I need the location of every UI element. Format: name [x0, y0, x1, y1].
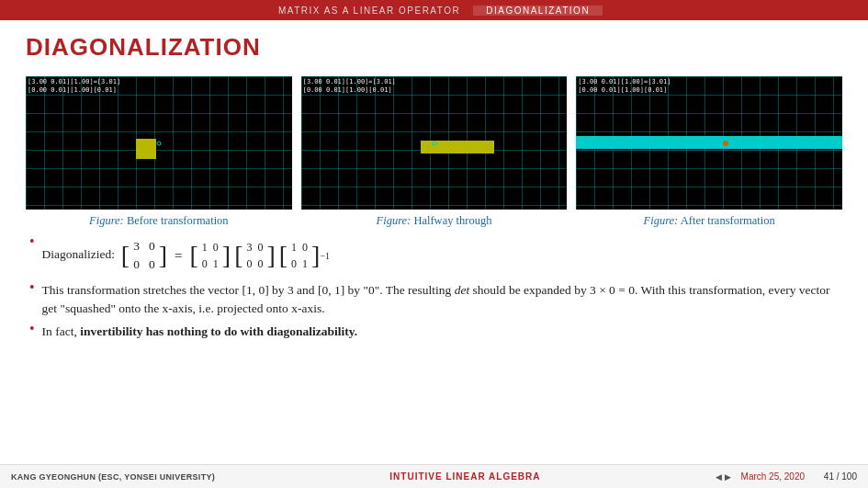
p-content: 1 0 0 1 [198, 237, 222, 274]
nav-icons: ◀ ▶ [716, 472, 731, 482]
lhs-content: 3 0 0 0 [130, 235, 159, 277]
page-title: DIAGONALIZATION [26, 33, 842, 62]
bullet-dot-1: • [29, 233, 35, 250]
lhs-r2c2: 0 [149, 255, 155, 274]
bottom-author: Kang Gyeonghun (ESC, Yonsei University) [11, 472, 215, 482]
pinv-r2c2: 1 [302, 255, 308, 272]
matrix-equation: [ 3 0 0 0 ] = [ 1 0 [121, 235, 330, 277]
bullet-dot-3: • [29, 321, 35, 337]
pinv-r2c1: 0 [291, 255, 297, 272]
bottom-title: Intuitive Linear Algebra [389, 471, 540, 482]
lhs-r1c1: 3 [133, 237, 140, 255]
det-text: det [455, 283, 470, 297]
p-open-bracket: [ [189, 243, 197, 268]
bullet-text-1: Diagonalizied: [ 3 0 0 0 ] = [42, 235, 842, 277]
main-content: DIAGONALIZATION [3.00 0.01][1.00]=[3.01]… [0, 20, 868, 355]
bold-text-invertibility: invertibility has nothing to do with dia… [80, 324, 357, 338]
p-r2c1: 0 [202, 255, 208, 272]
top-navigation: Matrix as a Linear Operator Diagonalizat… [0, 0, 868, 20]
equals-sign: = [175, 245, 182, 267]
matrix-label-before: [3.00 0.01][1.00]=[3.01][0.00 0.01][1.00… [28, 78, 120, 95]
d-content: 3 0 0 0 [242, 237, 266, 274]
d-r2c1: 0 [246, 255, 252, 272]
figure-after-canvas: [3.00 0.01][1.00]=[3.01][0.00 0.01][1.00… [576, 76, 842, 210]
figure-caption-text-after: After transformation [681, 214, 775, 227]
nav-item-matrix[interactable]: Matrix as a Linear Operator [265, 6, 473, 16]
nav-item-diagonalization[interactable]: Diagonalization [473, 6, 603, 16]
center-dot-halfway [432, 141, 436, 145]
p-r2c2: 1 [213, 255, 219, 272]
p-r1c2: 0 [213, 239, 219, 255]
figure-halfway-canvas: [3.00 0.01][1.00]=[3.01][0.00 0.01][1.00… [301, 76, 568, 210]
center-dot-before [156, 141, 161, 145]
figure-caption-text-halfway: Halfway through [413, 214, 491, 227]
bottom-page: 41 / 100 [824, 471, 857, 482]
pinv-open-bracket: [ [279, 243, 287, 268]
bullet-transformation: • This transformation stretches the vect… [29, 281, 842, 319]
d-r1c1: 3 [246, 239, 252, 255]
lhs-r1c2: 0 [149, 237, 155, 255]
bullet-text-3: In fact, invertibility has nothing to do… [42, 323, 842, 341]
figure-label-before: Figure: [89, 214, 124, 227]
figure-after-caption: Figure: After transformation [644, 214, 775, 228]
pinv-r1c2: 0 [302, 239, 308, 255]
p-close-bracket: ] [222, 243, 231, 268]
figure-before-canvas: [3.00 0.01][1.00]=[3.01][0.00 0.01][1.00… [26, 76, 292, 210]
matrix-p: [ 1 0 0 1 ] [189, 237, 231, 274]
nav-icon-right[interactable]: ▶ [725, 472, 731, 482]
figure-halfway: [3.00 0.01][1.00]=[3.01][0.00 0.01][1.00… [301, 76, 568, 228]
bullet-dot-2: • [29, 279, 35, 296]
pinv-close-bracket: ] [311, 243, 320, 268]
figure-after: [3.00 0.01][1.00]=[3.01][0.00 0.01][1.00… [576, 76, 842, 228]
d-open-bracket: [ [234, 243, 242, 268]
orange-dot-after [723, 141, 728, 146]
pinv-content: 1 0 0 1 [287, 237, 311, 274]
p-r1c1: 1 [202, 239, 208, 255]
inverse-superscript: −1 [320, 249, 330, 263]
matrix-pinv: [ 1 0 0 1 ] −1 [279, 237, 330, 274]
figure-halfway-caption: Figure: Halfway through [377, 214, 492, 228]
matrix-d: [ 3 0 0 0 ] [234, 237, 276, 274]
matrix-lhs: [ 3 0 0 0 ] [121, 235, 167, 277]
before-square [136, 139, 156, 159]
lhs-open-bracket: [ [121, 243, 130, 268]
bottom-right-info: ◀ ▶ March 25, 2020 41 / 100 [716, 471, 857, 482]
lhs-close-bracket: ] [159, 243, 167, 268]
bottom-bar: Kang Gyeonghun (ESC, Yonsei University) … [0, 464, 868, 488]
d-r2c2: 0 [257, 255, 263, 272]
figure-caption-text-before: Before transformation [127, 214, 229, 227]
figure-label-halfway: Figure: [377, 214, 411, 227]
figure-before: [3.00 0.01][1.00]=[3.01][0.00 0.01][1.00… [26, 76, 292, 228]
bottom-date: March 25, 2020 [741, 471, 806, 482]
matrix-label-after: [3.00 0.01][1.00]=[3.01][0.00 0.01][1.00… [578, 78, 671, 95]
matrix-label-halfway: [3.00 0.01][1.00]=[3.01][0.00 0.01][1.00… [303, 78, 396, 95]
figure-before-caption: Figure: Before transformation [89, 214, 229, 228]
d-close-bracket: ] [266, 243, 275, 268]
content-section: • Diagonalizied: [ 3 0 0 0 ] [26, 235, 842, 341]
bullet-text-2: This transformation stretches the vector… [42, 281, 842, 319]
d-r1c2: 0 [257, 239, 263, 255]
pinv-r1c1: 1 [291, 239, 297, 255]
after-line [576, 136, 842, 149]
figure-label-after: Figure: [644, 214, 679, 227]
nav-icon-left[interactable]: ◀ [716, 472, 722, 482]
lhs-r2c1: 0 [133, 255, 140, 274]
bullet-invertibility: • In fact, invertibility has nothing to … [29, 323, 842, 341]
bullet-diagonalized: • Diagonalizied: [ 3 0 0 0 ] [29, 235, 842, 277]
figures-row: [3.00 0.01][1.00]=[3.01][0.00 0.01][1.00… [26, 76, 842, 228]
